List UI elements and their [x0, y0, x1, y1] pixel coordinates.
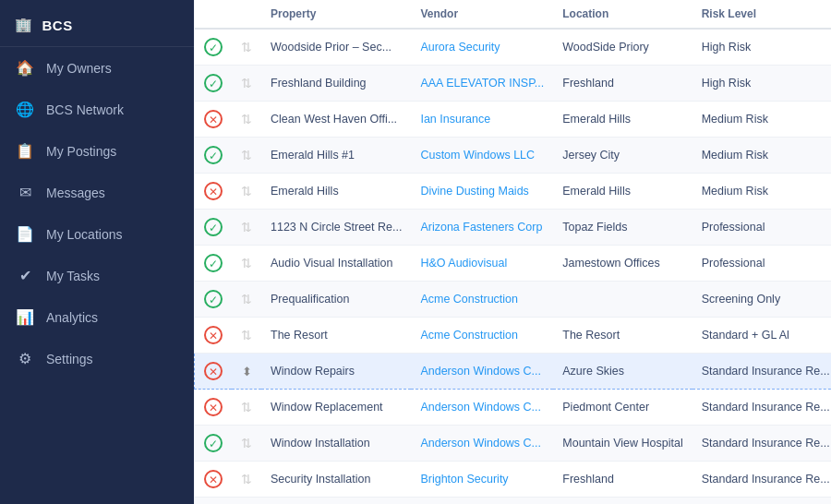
sidebar-item-my-postings[interactable]: 📋 My Postings [0, 130, 194, 172]
sort-arrows[interactable]: ⇅ [241, 256, 252, 270]
vendor-cell[interactable]: Acme Construction [411, 282, 553, 318]
sidebar-icon-my-owners: 🏠 [15, 59, 35, 77]
property-cell: 1123 N Circle Street Re... [261, 210, 411, 246]
sort-cell[interactable]: ⇅ [232, 138, 261, 174]
risk-cell: Standard Insurance Re... [692, 390, 831, 426]
table-row[interactable]: ✓⇅Freshland BuildingAAA ELEVATOR INSP...… [195, 66, 832, 102]
table-row[interactable]: ✓⇅Woodside Prior – Sec...Aurora Security… [195, 29, 832, 66]
sidebar-label-bcs-network: BCS Network [46, 102, 124, 117]
vendor-cell[interactable]: Arizona Fasteners Corp [411, 210, 553, 246]
x-circle-icon: ✕ [204, 398, 223, 416]
sort-cell[interactable]: ⇅ [232, 29, 261, 66]
status-cell: ✓ [195, 282, 233, 318]
sort-cell[interactable]: ⇅ [232, 390, 261, 426]
vendor-cell[interactable]: Divine Dusting Maids [411, 174, 553, 210]
vendor-cell[interactable]: Anderson Windows C... [411, 354, 553, 390]
property-cell: Window Replacement [261, 390, 411, 426]
sidebar-item-bcs-network[interactable]: 🌐 BCS Network [0, 89, 194, 130]
sort-cell[interactable]: ⇅ [232, 174, 261, 210]
risk-cell: Standard Insurance Re... [692, 462, 831, 498]
sort-cell[interactable]: ⇅ [232, 498, 261, 505]
check-circle-icon: ✓ [204, 146, 223, 164]
table-row[interactable]: ✕⇅Security InstallationBrighton Security… [195, 462, 832, 498]
sort-arrows[interactable]: ⇅ [241, 292, 252, 306]
col-header-1 [232, 0, 261, 29]
table-row[interactable]: ✕⇅Property Management...Eastgate Propert… [195, 498, 832, 505]
table-body: ✓⇅Woodside Prior – Sec...Aurora Security… [195, 29, 832, 504]
sort-arrows[interactable]: ⇅ [241, 148, 252, 162]
vendor-cell[interactable]: Brighton Security [411, 462, 553, 498]
location-cell: Jamestown Offices [553, 246, 692, 282]
sort-arrows[interactable]: ⇅ [241, 76, 252, 90]
vendor-cell[interactable]: Acme Construction [411, 318, 553, 354]
table-row[interactable]: ✕⇅Emerald HillsDivine Dusting MaidsEmera… [195, 174, 832, 210]
sidebar-label-messages: Messages [46, 186, 105, 200]
sort-arrows[interactable]: ⇅ [241, 472, 252, 486]
sidebar-item-my-tasks[interactable]: ✔ My Tasks [0, 255, 194, 296]
table-row[interactable]: ✓⇅Window InstallationAnderson Windows C.… [195, 426, 832, 462]
sort-arrows[interactable]: ⇅ [241, 112, 252, 126]
sort-arrows[interactable]: ⇅ [241, 40, 252, 54]
sidebar-logo: 🏢 BCS [0, 0, 194, 47]
drag-handle[interactable]: ⬍ [242, 365, 252, 378]
status-cell: ✕ [195, 498, 233, 505]
vendor-cell[interactable]: H&O Audiovisual [411, 246, 553, 282]
sort-cell[interactable]: ⇅ [232, 66, 261, 102]
table-row[interactable]: ✕⬍Window RepairsAnderson Windows C...Azu… [195, 354, 832, 390]
vendor-cell[interactable]: Ian Insurance [411, 102, 553, 138]
table-row[interactable]: ✓⇅1123 N Circle Street Re...Arizona Fast… [195, 210, 832, 246]
property-cell: Property Management... [261, 498, 411, 505]
table-row[interactable]: ✓⇅PrequalificationAcme ConstructionScree… [195, 282, 832, 318]
table-row[interactable]: ✕⇅Clean West Haven Offi...Ian InsuranceE… [195, 102, 832, 138]
status-cell: ✓ [195, 138, 233, 174]
vendor-cell[interactable]: Anderson Windows C... [411, 390, 553, 426]
status-cell: ✕ [195, 462, 233, 498]
vendor-cell[interactable]: Custom Windows LLC [411, 138, 553, 174]
sidebar-item-my-owners[interactable]: 🏠 My Owners [0, 47, 194, 89]
property-cell: Window Installation [261, 426, 411, 462]
sidebar-label-my-tasks: My Tasks [46, 269, 100, 283]
sort-cell[interactable]: ⇅ [232, 102, 261, 138]
sidebar-item-my-locations[interactable]: 📄 My Locations [0, 213, 194, 255]
vendor-cell[interactable]: Anderson Windows C... [411, 426, 553, 462]
check-circle-icon: ✓ [204, 38, 223, 56]
table-row[interactable]: ✓⇅Emerald Hills #1Custom Windows LLCJers… [195, 138, 832, 174]
location-cell: Mountain View Hospital [553, 426, 692, 462]
sort-arrows[interactable]: ⇅ [241, 328, 252, 342]
sidebar-item-settings[interactable]: ⚙ Settings [0, 338, 194, 379]
risk-cell: Standard + GL Al [692, 318, 831, 354]
sort-arrows[interactable]: ⇅ [241, 436, 252, 450]
risk-cell: Medium Risk [692, 174, 831, 210]
property-cell: Clean West Haven Offi... [261, 102, 411, 138]
sort-cell[interactable]: ⇅ [232, 246, 261, 282]
table-wrapper[interactable]: PropertyVendorLocationRisk Level ✓⇅Woods… [194, 0, 831, 504]
table-row[interactable]: ✕⇅The ResortAcme ConstructionThe ResortS… [195, 318, 832, 354]
property-cell: Audio Visual Installation [261, 246, 411, 282]
sort-cell[interactable]: ⇅ [232, 318, 261, 354]
sort-cell[interactable]: ⇅ [232, 426, 261, 462]
col-header-4: Location [553, 0, 692, 29]
sort-arrows[interactable]: ⇅ [241, 220, 252, 234]
sidebar-item-analytics[interactable]: 📊 Analytics [0, 296, 194, 338]
risk-cell: High Risk [692, 66, 831, 102]
table-row[interactable]: ✕⇅Window ReplacementAnderson Windows C..… [195, 390, 832, 426]
x-circle-icon: ✕ [204, 326, 223, 344]
sidebar-label-settings: Settings [46, 352, 93, 366]
sort-cell[interactable]: ⇅ [232, 210, 261, 246]
vendor-cell[interactable]: AAA ELEVATOR INSP... [411, 66, 553, 102]
sort-cell[interactable]: ⬍ [232, 354, 261, 390]
location-cell: Emerald Hills [553, 174, 692, 210]
col-header-0 [195, 0, 233, 29]
status-cell: ✓ [195, 246, 233, 282]
table-row[interactable]: ✓⇅Audio Visual InstallationH&O Audiovisu… [195, 246, 832, 282]
sort-arrows[interactable]: ⇅ [241, 184, 252, 198]
property-cell: Emerald Hills #1 [261, 138, 411, 174]
vendor-cell[interactable]: Eastgate Property Ma... [411, 498, 553, 505]
sidebar-icon-bcs-network: 🌐 [15, 101, 35, 118]
property-cell: Prequalification [261, 282, 411, 318]
vendor-cell[interactable]: Aurora Security [411, 29, 553, 66]
sort-arrows[interactable]: ⇅ [241, 400, 252, 414]
sort-cell[interactable]: ⇅ [232, 282, 261, 318]
sidebar-item-messages[interactable]: ✉ Messages [0, 172, 194, 213]
sort-cell[interactable]: ⇅ [232, 462, 261, 498]
